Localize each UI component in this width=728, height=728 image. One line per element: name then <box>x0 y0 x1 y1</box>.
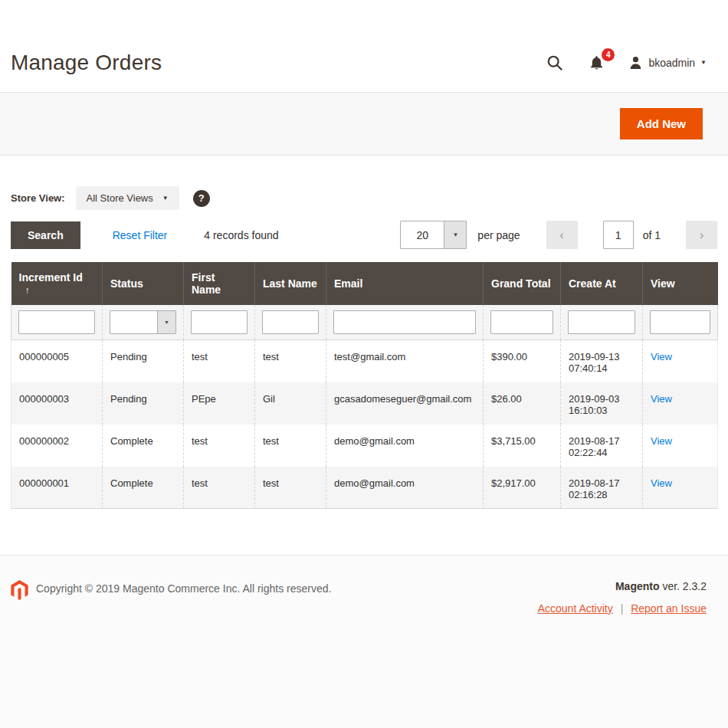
filter-actions-row: Search Reset Filter 4 records found 20 ▼… <box>11 221 717 249</box>
footer-links: Account Activity | Report an Issue <box>538 602 707 615</box>
table-row[interactable]: 000000001 Complete test test demo@gmail.… <box>11 467 718 509</box>
cell-status: Pending <box>103 382 184 425</box>
cell-email: gcasadomeseguer@gmail.com <box>326 382 484 425</box>
filter-row: ▼ <box>11 305 718 340</box>
page-title: Manage Orders <box>11 51 162 75</box>
filter-email-input[interactable] <box>333 310 476 334</box>
filter-status-select[interactable]: ▼ <box>110 310 176 334</box>
table-row[interactable]: 000000003 Pending PEpe Gil gcasadomesegu… <box>11 382 718 425</box>
reset-filter-link[interactable]: Reset Filter <box>113 229 168 241</box>
cell-create-at: 2019-09-03 16:10:03 <box>561 382 643 425</box>
table-row[interactable]: 000000002 Complete test test demo@gmail.… <box>11 425 718 467</box>
filter-first-name-input[interactable] <box>191 310 248 334</box>
cell-create-at: 2019-08-17 02:22:44 <box>561 425 643 467</box>
cell-status: Complete <box>103 425 184 467</box>
column-header-first-name[interactable]: First Name <box>184 262 255 305</box>
filter-view-input[interactable] <box>650 310 710 334</box>
magento-logo-icon <box>11 580 28 600</box>
sort-ascending-icon: ↑ <box>25 285 30 296</box>
user-avatar-icon <box>628 55 643 71</box>
footer-left: Copyright © 2019 Magento Commerce Inc. A… <box>11 580 331 728</box>
store-view-switcher[interactable]: All Store Views ▼ <box>76 186 179 210</box>
username-label: bkoadmin <box>648 57 695 69</box>
per-page-select[interactable]: 20 ▼ <box>400 221 467 249</box>
column-header-last-name[interactable]: Last Name <box>255 262 326 305</box>
column-header-create-at[interactable]: Create At <box>561 262 643 305</box>
cell-last-name: test <box>255 340 326 382</box>
cell-email: demo@gmail.com <box>326 467 484 509</box>
total-pages-label: of 1 <box>643 229 661 241</box>
header-actions: 4 bkoadmin ▼ <box>546 54 707 72</box>
page-footer: Copyright © 2019 Magento Commerce Inc. A… <box>0 555 728 728</box>
version-line: Magento ver. 2.3.2 <box>538 580 707 592</box>
cell-create-at: 2019-09-13 07:40:14 <box>561 340 643 382</box>
column-header-grand-total[interactable]: Grand Total <box>484 262 561 305</box>
account-activity-link[interactable]: Account Activity <box>538 602 613 615</box>
view-order-link[interactable]: View <box>651 477 672 489</box>
cell-first-name: test <box>184 467 255 509</box>
cell-status: Complete <box>103 467 184 509</box>
cell-first-name: test <box>184 340 255 382</box>
view-order-link[interactable]: View <box>651 435 672 447</box>
chevron-down-icon: ▼ <box>162 195 169 202</box>
cell-last-name: Gil <box>255 382 326 425</box>
store-view-row: Store View: All Store Views ▼ ? <box>11 186 728 210</box>
current-page-input[interactable] <box>603 221 634 249</box>
cell-first-name: test <box>184 425 255 467</box>
filter-last-name-input[interactable] <box>262 310 319 334</box>
column-header-increment-id[interactable]: Increment Id ↑ <box>11 262 103 305</box>
chevron-down-icon: ▼ <box>444 221 466 248</box>
filter-grand-total-input[interactable] <box>490 310 553 334</box>
footer-right: Magento ver. 2.3.2 Account Activity | Re… <box>538 580 707 728</box>
cell-increment-id: 000000003 <box>11 382 103 425</box>
orders-table: Increment Id ↑ Status First Name Last Na… <box>11 262 718 509</box>
filter-increment-id-input[interactable] <box>18 310 95 334</box>
report-issue-link[interactable]: Report an Issue <box>631 602 707 615</box>
pagination: 20 ▼ per page ‹ of 1 › <box>400 221 717 249</box>
add-new-button[interactable]: Add New <box>620 108 703 139</box>
column-header-status[interactable]: Status <box>103 262 184 305</box>
link-separator: | <box>621 602 624 615</box>
cell-last-name: test <box>255 425 326 467</box>
records-found-label: 4 records found <box>204 229 278 241</box>
previous-page-button[interactable]: ‹ <box>546 221 578 249</box>
cell-email: demo@gmail.com <box>326 425 484 467</box>
copyright-text: Copyright © 2019 Magento Commerce Inc. A… <box>36 580 331 595</box>
cell-grand-total: $26.00 <box>484 382 561 425</box>
cell-grand-total: $2,917.00 <box>484 467 561 509</box>
cell-increment-id: 000000005 <box>11 340 103 382</box>
page-header: Manage Orders 4 bkoadmin ▼ <box>0 0 728 75</box>
cell-create-at: 2019-08-17 02:16:28 <box>561 467 643 509</box>
brand-label: Magento <box>615 580 660 592</box>
search-button[interactable]: Search <box>11 221 80 249</box>
store-view-selected: All Store Views <box>87 192 153 204</box>
manage-orders-page: Manage Orders 4 bkoadmin ▼ <box>0 0 728 728</box>
per-page-value: 20 <box>401 221 444 248</box>
cell-grand-total: $3,715.00 <box>484 425 561 467</box>
user-menu[interactable]: bkoadmin ▼ <box>628 55 707 71</box>
cell-first-name: PEpe <box>184 382 255 425</box>
cell-status: Pending <box>103 340 184 382</box>
filter-create-at-input[interactable] <box>568 310 635 334</box>
table-header-row: Increment Id ↑ Status First Name Last Na… <box>11 262 718 305</box>
cell-email: test@gmail.com <box>326 340 484 382</box>
notification-count-badge: 4 <box>602 48 615 61</box>
version-label: ver. 2.3.2 <box>660 580 707 592</box>
store-view-label: Store View: <box>11 192 65 204</box>
chevron-down-icon: ▼ <box>700 60 707 66</box>
column-header-view[interactable]: View <box>643 262 718 305</box>
next-page-button[interactable]: › <box>686 221 717 249</box>
search-icon[interactable] <box>546 54 564 72</box>
cell-increment-id: 000000002 <box>11 425 103 467</box>
notifications-bell-icon[interactable]: 4 <box>587 54 605 72</box>
cell-grand-total: $390.00 <box>484 340 561 382</box>
view-order-link[interactable]: View <box>651 351 672 362</box>
cell-last-name: test <box>255 467 326 509</box>
page-actions-panel: Add New <box>0 92 728 156</box>
help-icon[interactable]: ? <box>193 190 210 207</box>
view-order-link[interactable]: View <box>651 393 672 405</box>
column-header-email[interactable]: Email <box>326 262 484 305</box>
table-row[interactable]: 000000005 Pending test test test@gmail.c… <box>11 340 718 382</box>
chevron-down-icon: ▼ <box>157 311 175 333</box>
cell-increment-id: 000000001 <box>11 467 103 509</box>
